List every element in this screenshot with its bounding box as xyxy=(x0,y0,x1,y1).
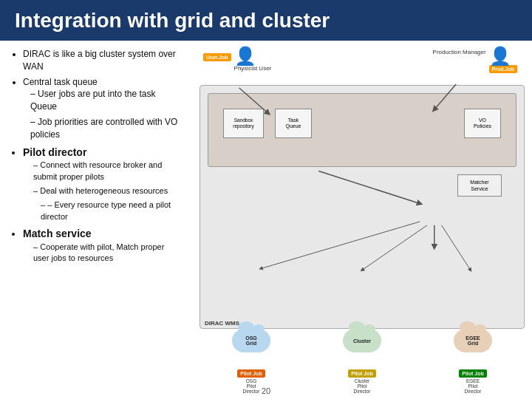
task-queue-label: Task Queue xyxy=(285,117,301,130)
clouds-row: OSG Grid Cluster xyxy=(196,329,528,352)
sub-3-3: – Every resource type need a pilot direc… xyxy=(33,200,181,222)
physicist-label: Physicist User xyxy=(234,65,272,72)
egee-bump-1 xyxy=(460,321,476,333)
sub-2-1: User jobs are put into the task Queue xyxy=(30,88,181,113)
sub-4-1: Cooperate with pilot, Match proper user … xyxy=(33,242,181,265)
pilot-jobs-row: Pilot Job OSG Pilot Director Pilot Job C… xyxy=(196,369,528,394)
cluster-bump-2 xyxy=(364,324,375,333)
title-text: Integration with grid and cluster xyxy=(15,9,330,33)
sub-3-2: Deal with heterogeneous resources xyxy=(33,185,181,197)
right-panel: User.Job 👤 Physicist User Production Man… xyxy=(192,41,532,399)
cluster-cloud-shape: Cluster xyxy=(343,329,381,352)
bullet-4-text: Match service xyxy=(23,228,92,239)
bullet-2-text: Central task queue xyxy=(23,77,98,87)
egee-pilot-director-label: EGEE Pilot Director xyxy=(465,378,482,394)
sandbox-box: Sandbox repository xyxy=(223,109,264,138)
osg-pilot-job-box: Pilot Job xyxy=(237,369,265,378)
cluster-bump-1 xyxy=(349,321,365,333)
egee-pilot-job-box: Pilot Job xyxy=(459,369,487,378)
inner-region: Sandbox repository Task Queue VO Policie… xyxy=(208,93,516,167)
cluster-pilot-director-label: Cluster Pilot Director xyxy=(354,378,371,394)
bullet-1-text: DIRAC is like a big cluster system over … xyxy=(23,49,176,72)
sub-2-2: Job priorities are controlled with VO po… xyxy=(30,116,181,141)
matcher-service-box: Matcher Service xyxy=(457,174,502,197)
egee-bump-2 xyxy=(474,324,486,333)
task-queue-box: Task Queue xyxy=(275,109,312,138)
dirac-wms-label: DIRAC WMS xyxy=(205,320,239,327)
diagram: User.Job 👤 Physicist User Production Man… xyxy=(196,44,528,395)
physicist-icon: 👤 xyxy=(234,47,272,65)
content-area: DIRAC is like a big cluster system over … xyxy=(0,41,532,399)
bullet-2: Central task queue User jobs are put int… xyxy=(23,76,181,141)
physicist-group: User.Job 👤 Physicist User xyxy=(203,47,271,72)
dirac-wms-region: Sandbox repository Task Queue VO Policie… xyxy=(200,85,525,329)
slide: Integration with grid and cluster DIRAC … xyxy=(0,0,532,399)
vo-policies-box: VO Policies xyxy=(464,109,501,138)
bullet-4: Match service Cooperate with pilot, Matc… xyxy=(23,227,181,264)
sub-3-1: Connect with resource broker and submit … xyxy=(33,160,181,183)
prod-manager-label: Production Manager xyxy=(433,49,486,56)
prod-manager-figure: 👤 Prod.Job xyxy=(489,47,517,73)
osg-cloud-shape: OSG Grid xyxy=(232,329,270,352)
cluster-pilot-item: Pilot Job Cluster Pilot Director xyxy=(348,369,376,394)
bullet-3: Pilot director Connect with resource bro… xyxy=(23,146,181,223)
cluster-label: Cluster xyxy=(353,338,371,344)
bullet-3-subs2: – Every resource type need a pilot direc… xyxy=(23,200,181,222)
matcher-service-label: Matcher Service xyxy=(470,179,488,192)
persons-row: User.Job 👤 Physicist User Production Man… xyxy=(203,47,525,73)
sandbox-label: Sandbox repository xyxy=(233,117,254,129)
vo-policies-label: VO Policies xyxy=(474,117,491,130)
bullet-2-subs: User jobs are put into the task Queue Jo… xyxy=(23,88,181,140)
bullet-3-subs: Connect with resource broker and submit … xyxy=(23,160,181,197)
prod-job-box: Prod.Job xyxy=(489,65,517,73)
bullet-1: DIRAC is like a big cluster system over … xyxy=(23,48,181,73)
egee-grid-label: EGEE Grid xyxy=(466,335,480,346)
left-panel: DIRAC is like a big cluster system over … xyxy=(0,41,192,399)
prod-manager-group: Production Manager 👤 Prod.Job xyxy=(433,47,517,73)
cloud-bump-1 xyxy=(238,321,254,333)
prod-manager-icon: 👤 xyxy=(489,47,517,65)
page-number: 20 xyxy=(262,386,270,395)
slide-title: Integration with grid and cluster xyxy=(0,0,532,41)
cluster-cloud: Cluster xyxy=(343,329,381,352)
cluster-pilot-job-box: Pilot Job xyxy=(348,369,376,378)
cloud-bump-2 xyxy=(253,324,265,333)
bullet-4-subs: Cooperate with pilot, Match proper user … xyxy=(23,242,181,265)
osg-grid-label: OSG Grid xyxy=(245,335,257,346)
egee-grid-cloud: EGEE Grid xyxy=(454,329,492,352)
osg-pilot-director-label: OSG Pilot Director xyxy=(243,378,260,394)
egee-pilot-item: Pilot Job EGEE Pilot Director xyxy=(459,369,487,394)
physicist-figure: 👤 Physicist User xyxy=(234,47,272,72)
bullet-3-text: Pilot director xyxy=(23,146,86,158)
egee-cloud-shape: EGEE Grid xyxy=(454,329,492,352)
osg-grid-cloud: OSG Grid xyxy=(232,329,270,352)
user-job-box: User.Job xyxy=(203,53,231,61)
